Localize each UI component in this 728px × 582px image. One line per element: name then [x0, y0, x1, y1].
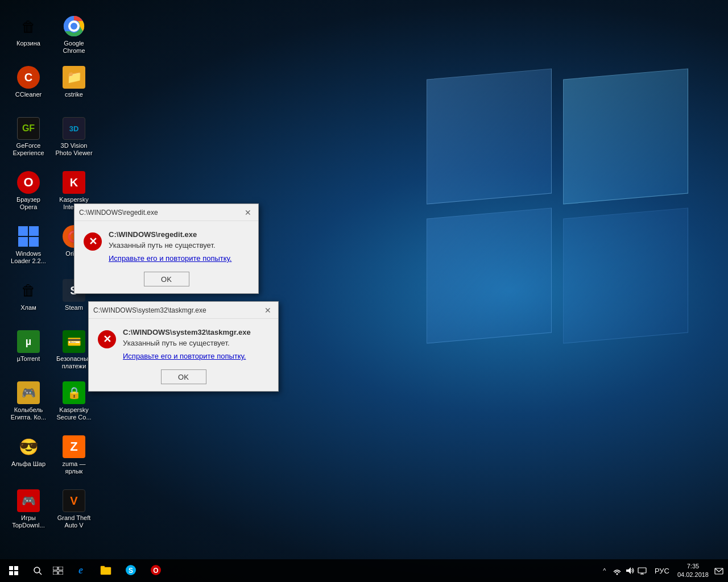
dialog-regedit-body: ✕ C:\WINDOWS\regedit.exe Указанный путь …	[75, 221, 258, 268]
icon-gta[interactable]: V Grand Theft Auto V	[51, 486, 97, 533]
tray-show-hidden[interactable]: ^	[599, 565, 610, 576]
dialog-regedit-message: C:\WINDOWS\regedit.exe Указанный путь не…	[109, 230, 247, 263]
icon-opera-browser-label: Браузер Opera	[8, 196, 49, 211]
win-logo-tl	[427, 68, 552, 204]
dialog-regedit-title: C:\WINDOWS\regedit.exe	[79, 209, 242, 217]
tray-network[interactable]	[611, 565, 623, 576]
svg-point-27	[616, 573, 618, 575]
svg-text:S: S	[129, 567, 133, 575]
dialog-taskmgr-title: C:\WINDOWS\system32\taskmgr.exe	[93, 306, 262, 314]
bezopasnie-icon: 💳	[63, 330, 85, 353]
dialog-regedit-hint: Исправьте его и повторите попытку.	[109, 254, 247, 263]
icon-zuma[interactable]: Z zuma — ярлык	[51, 432, 97, 479]
taskbar-opera[interactable]: O	[143, 559, 168, 582]
dialog-taskmgr-close[interactable]: ✕	[262, 305, 274, 316]
explorer-icon	[100, 564, 111, 576]
icon-ccleaner[interactable]: C CCleaner	[6, 63, 51, 102]
tray-volume[interactable]	[624, 565, 635, 576]
dialog-taskmgr-path: C:\WINDOWS\system32\taskmgr.exe	[123, 328, 267, 336]
task-view-icon	[53, 567, 63, 575]
taskbar: e S O	[0, 559, 728, 582]
icon-kolybel[interactable]: 🎮 Колыбель Египта. Ко...	[6, 378, 51, 425]
display-icon	[638, 566, 647, 575]
geforce-icon: GF	[17, 117, 40, 140]
icon-zuma-label: zuma — ярлык	[53, 460, 94, 475]
dialog-taskmgr-titlebar: C:\WINDOWS\system32\taskmgr.exe ✕	[89, 302, 278, 319]
dialog-regedit-titlebar: C:\WINDOWS\regedit.exe ✕	[75, 204, 258, 221]
volume-icon	[625, 566, 634, 575]
svg-rect-16	[53, 567, 57, 570]
chrome-icon	[63, 15, 85, 38]
tray-language[interactable]: РУС	[651, 567, 673, 575]
dialog-regedit: C:\WINDOWS\regedit.exe ✕ ✕ C:\WINDOWS\re…	[74, 203, 259, 294]
cstrike-icon: 📁	[63, 66, 85, 89]
icon-utorrent[interactable]: µ µTorrent	[6, 327, 51, 366]
zuma-icon: Z	[63, 435, 85, 458]
svg-rect-22	[101, 566, 105, 568]
kolybel-icon: 🎮	[17, 381, 40, 404]
network-icon	[613, 566, 622, 575]
icon-steam-label: Steam	[65, 304, 83, 311]
dialog-regedit-close[interactable]: ✕	[242, 207, 254, 218]
dialog-regedit-error-icon: ✕	[84, 232, 102, 251]
svg-line-15	[39, 572, 42, 575]
icon-utorrent-label: µTorrent	[17, 355, 40, 363]
xlam-icon: 🗑	[17, 279, 40, 302]
dialog-regedit-ok[interactable]: OK	[144, 272, 189, 286]
icon-opera-browser[interactable]: O Браузер Opera	[6, 168, 51, 214]
icon-xlam-label: Хлам	[20, 304, 36, 311]
desktop: 🗑 Корзина Google Chrome	[0, 0, 728, 582]
opera-icon: O	[150, 564, 162, 576]
icon-kolybel-label: Колыбель Египта. Ко...	[8, 406, 49, 421]
svg-marker-28	[626, 567, 631, 574]
icon-cstrike-label: cstrike	[65, 91, 83, 98]
icon-alfa[interactable]: 😎 Альфа Шар	[6, 432, 51, 471]
dialog-taskmgr-footer: OK	[89, 366, 278, 391]
icon-winloader[interactable]: Windows Loader 2.2...	[6, 222, 51, 268]
icon-winloader-label: Windows Loader 2.2...	[8, 250, 49, 265]
taskbar-task-view[interactable]	[48, 559, 68, 582]
svg-point-14	[34, 567, 40, 573]
dialog-taskmgr-ok[interactable]: OK	[161, 369, 206, 384]
icon-cstrike[interactable]: 📁 cstrike	[51, 63, 97, 102]
tray-time: 7:35	[677, 562, 709, 571]
kaspersky-secure-icon: 🔒	[63, 381, 85, 404]
taskbar-edge[interactable]: e	[68, 559, 93, 582]
tray-notification[interactable]	[713, 565, 725, 576]
icon-igry[interactable]: 🎮 Игры TopDownl...	[6, 486, 51, 533]
search-icon	[33, 566, 42, 575]
icon-ccleaner-label: CCleaner	[15, 91, 42, 98]
icon-recycle[interactable]: 🗑 Корзина	[6, 11, 51, 51]
icon-recycle-label: Корзина	[16, 40, 40, 47]
taskbar-skype[interactable]: S	[118, 559, 143, 582]
dialog-taskmgr-error: Указанный путь не существует.	[123, 339, 267, 347]
opera-browser-icon: O	[17, 171, 40, 194]
tray-datetime[interactable]: 7:35 04.02.2018	[673, 562, 713, 580]
start-button[interactable]	[0, 559, 27, 582]
skype-icon: S	[125, 564, 136, 576]
tray-display[interactable]	[636, 565, 648, 576]
svg-rect-29	[638, 568, 646, 573]
tray-icons: ^	[595, 565, 651, 576]
taskbar-explorer[interactable]	[93, 559, 118, 582]
igry-icon: 🎮	[17, 489, 40, 512]
tray-date: 04.02.2018	[677, 571, 709, 579]
alfa-icon: 😎	[17, 435, 40, 458]
svg-rect-17	[59, 567, 63, 570]
icon-3dvision[interactable]: 3D 3D Vision Photo Viewer	[51, 114, 97, 160]
taskbar-pinned: e S O	[68, 559, 168, 582]
svg-rect-12	[9, 571, 13, 575]
icon-geforce[interactable]: GF GeForce Experience	[6, 114, 51, 160]
dialog-taskmgr-message: C:\WINDOWS\system32\taskmgr.exe Указанны…	[123, 328, 267, 360]
svg-text:O: O	[153, 567, 158, 575]
taskbar-search[interactable]	[27, 559, 48, 582]
svg-rect-19	[59, 571, 63, 575]
icon-geforce-label: GeForce Experience	[8, 142, 49, 157]
dialog-regedit-path: C:\WINDOWS\regedit.exe	[109, 230, 247, 239]
recycle-icon: 🗑	[17, 15, 40, 38]
dialog-regedit-footer: OK	[75, 268, 258, 293]
dialog-taskmgr-body: ✕ C:\WINDOWS\system32\taskmgr.exe Указан…	[89, 319, 278, 366]
icon-chrome[interactable]: Google Chrome	[51, 11, 97, 58]
icon-igry-label: Игры TopDownl...	[8, 514, 49, 529]
icon-xlam[interactable]: 🗑 Хлам	[6, 276, 51, 315]
